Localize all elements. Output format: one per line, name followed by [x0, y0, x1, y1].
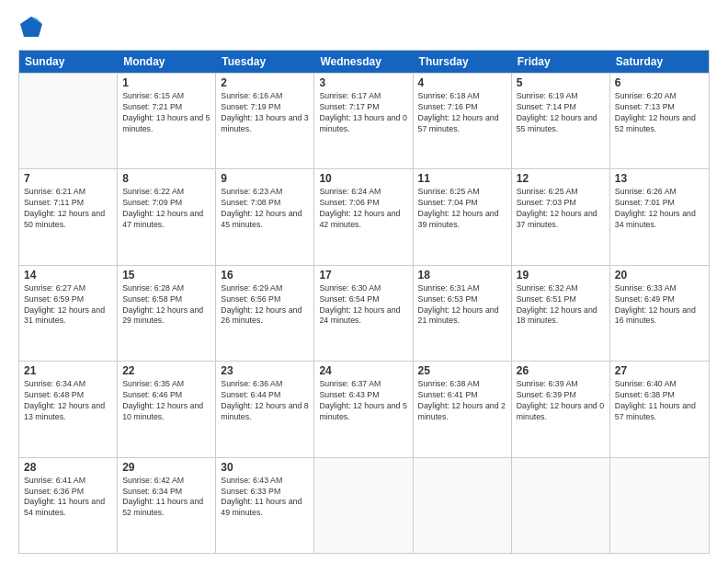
day-number: 1	[122, 76, 210, 89]
calendar-day-2: 2Sunrise: 6:16 AM Sunset: 7:19 PM Daylig…	[216, 74, 314, 168]
calendar-day-24: 24Sunrise: 6:37 AM Sunset: 6:43 PM Dayli…	[314, 362, 413, 456]
day-info: Sunrise: 6:20 AM Sunset: 7:13 PM Dayligh…	[615, 91, 704, 135]
day-info: Sunrise: 6:25 AM Sunset: 7:03 PM Dayligh…	[517, 187, 605, 231]
calendar-day-empty	[512, 458, 610, 553]
header	[18, 15, 710, 40]
day-info: Sunrise: 6:24 AM Sunset: 7:06 PM Dayligh…	[319, 187, 407, 231]
day-number: 12	[517, 172, 605, 185]
day-info: Sunrise: 6:37 AM Sunset: 6:43 PM Dayligh…	[319, 379, 407, 423]
calendar-day-9: 9Sunrise: 6:23 AM Sunset: 7:08 PM Daylig…	[216, 169, 314, 264]
calendar-week-3: 14Sunrise: 6:27 AM Sunset: 6:59 PM Dayli…	[19, 265, 709, 361]
day-info: Sunrise: 6:35 AM Sunset: 6:46 PM Dayligh…	[122, 379, 210, 423]
day-info: Sunrise: 6:36 AM Sunset: 6:44 PM Dayligh…	[221, 379, 309, 423]
calendar-week-2: 7Sunrise: 6:21 AM Sunset: 7:11 PM Daylig…	[19, 168, 709, 264]
calendar-day-3: 3Sunrise: 6:17 AM Sunset: 7:17 PM Daylig…	[314, 74, 413, 168]
header-day-saturday: Saturday	[610, 51, 709, 73]
header-day-friday: Friday	[512, 51, 610, 73]
day-number: 21	[24, 364, 112, 377]
day-number: 17	[319, 269, 407, 282]
calendar-day-7: 7Sunrise: 6:21 AM Sunset: 7:11 PM Daylig…	[19, 169, 118, 264]
day-info: Sunrise: 6:29 AM Sunset: 6:56 PM Dayligh…	[221, 283, 309, 327]
day-number: 11	[418, 172, 506, 185]
day-number: 29	[122, 461, 210, 474]
day-info: Sunrise: 6:42 AM Sunset: 6:34 PM Dayligh…	[122, 476, 210, 520]
calendar-week-4: 21Sunrise: 6:34 AM Sunset: 6:48 PM Dayli…	[19, 361, 709, 456]
calendar-day-1: 1Sunrise: 6:15 AM Sunset: 7:21 PM Daylig…	[118, 74, 216, 168]
day-info: Sunrise: 6:22 AM Sunset: 7:09 PM Dayligh…	[122, 187, 210, 231]
calendar-day-15: 15Sunrise: 6:28 AM Sunset: 6:58 PM Dayli…	[118, 266, 216, 361]
day-info: Sunrise: 6:32 AM Sunset: 6:51 PM Dayligh…	[517, 283, 605, 327]
day-number: 15	[122, 269, 210, 282]
header-day-wednesday: Wednesday	[314, 51, 413, 73]
calendar-day-empty	[414, 458, 512, 553]
day-info: Sunrise: 6:21 AM Sunset: 7:11 PM Dayligh…	[24, 187, 112, 231]
day-info: Sunrise: 6:33 AM Sunset: 6:49 PM Dayligh…	[615, 283, 704, 327]
day-info: Sunrise: 6:41 AM Sunset: 6:36 PM Dayligh…	[24, 476, 112, 520]
day-number: 22	[122, 364, 210, 377]
day-info: Sunrise: 6:19 AM Sunset: 7:14 PM Dayligh…	[517, 91, 605, 135]
calendar-day-27: 27Sunrise: 6:40 AM Sunset: 6:38 PM Dayli…	[610, 362, 709, 456]
calendar-day-17: 17Sunrise: 6:30 AM Sunset: 6:54 PM Dayli…	[314, 266, 413, 361]
calendar-day-23: 23Sunrise: 6:36 AM Sunset: 6:44 PM Dayli…	[216, 362, 314, 456]
day-number: 8	[122, 172, 210, 185]
svg-marker-0	[20, 17, 42, 37]
day-info: Sunrise: 6:25 AM Sunset: 7:04 PM Dayligh…	[418, 187, 506, 231]
logo-icon	[18, 15, 44, 40]
calendar-day-10: 10Sunrise: 6:24 AM Sunset: 7:06 PM Dayli…	[314, 169, 413, 264]
header-day-monday: Monday	[118, 51, 216, 73]
calendar-day-12: 12Sunrise: 6:25 AM Sunset: 7:03 PM Dayli…	[512, 169, 610, 264]
calendar-week-5: 28Sunrise: 6:41 AM Sunset: 6:36 PM Dayli…	[19, 457, 709, 553]
calendar-day-empty	[19, 74, 118, 168]
calendar-day-30: 30Sunrise: 6:43 AM Sunset: 6:33 PM Dayli…	[216, 458, 314, 553]
day-number: 14	[24, 269, 112, 282]
calendar-day-13: 13Sunrise: 6:26 AM Sunset: 7:01 PM Dayli…	[610, 169, 709, 264]
calendar-day-18: 18Sunrise: 6:31 AM Sunset: 6:53 PM Dayli…	[414, 266, 512, 361]
calendar-day-28: 28Sunrise: 6:41 AM Sunset: 6:36 PM Dayli…	[19, 458, 118, 553]
calendar-day-14: 14Sunrise: 6:27 AM Sunset: 6:59 PM Dayli…	[19, 266, 118, 361]
day-info: Sunrise: 6:43 AM Sunset: 6:33 PM Dayligh…	[221, 476, 309, 520]
day-info: Sunrise: 6:28 AM Sunset: 6:58 PM Dayligh…	[122, 283, 210, 327]
day-info: Sunrise: 6:16 AM Sunset: 7:19 PM Dayligh…	[221, 91, 309, 135]
day-info: Sunrise: 6:30 AM Sunset: 6:54 PM Dayligh…	[319, 283, 407, 327]
day-number: 9	[221, 172, 309, 185]
header-day-thursday: Thursday	[414, 51, 512, 73]
calendar-day-21: 21Sunrise: 6:34 AM Sunset: 6:48 PM Dayli…	[19, 362, 118, 456]
day-number: 25	[418, 364, 506, 377]
day-number: 20	[615, 269, 704, 282]
calendar-week-1: 1Sunrise: 6:15 AM Sunset: 7:21 PM Daylig…	[19, 73, 709, 168]
day-info: Sunrise: 6:15 AM Sunset: 7:21 PM Dayligh…	[122, 91, 210, 135]
calendar-day-5: 5Sunrise: 6:19 AM Sunset: 7:14 PM Daylig…	[512, 74, 610, 168]
calendar-day-11: 11Sunrise: 6:25 AM Sunset: 7:04 PM Dayli…	[414, 169, 512, 264]
day-number: 13	[615, 172, 704, 185]
calendar-day-empty	[314, 458, 413, 553]
day-number: 10	[319, 172, 407, 185]
day-number: 4	[418, 76, 506, 89]
day-info: Sunrise: 6:17 AM Sunset: 7:17 PM Dayligh…	[319, 91, 407, 135]
calendar-day-empty	[610, 458, 709, 553]
calendar-body: 1Sunrise: 6:15 AM Sunset: 7:21 PM Daylig…	[19, 73, 709, 553]
day-info: Sunrise: 6:40 AM Sunset: 6:38 PM Dayligh…	[615, 379, 704, 423]
header-day-sunday: Sunday	[19, 51, 118, 73]
day-number: 27	[615, 364, 704, 377]
day-info: Sunrise: 6:31 AM Sunset: 6:53 PM Dayligh…	[418, 283, 506, 327]
day-number: 30	[221, 461, 309, 474]
day-info: Sunrise: 6:23 AM Sunset: 7:08 PM Dayligh…	[221, 187, 309, 231]
calendar-day-4: 4Sunrise: 6:18 AM Sunset: 7:16 PM Daylig…	[414, 74, 512, 168]
day-info: Sunrise: 6:26 AM Sunset: 7:01 PM Dayligh…	[615, 187, 704, 231]
calendar-day-6: 6Sunrise: 6:20 AM Sunset: 7:13 PM Daylig…	[610, 74, 709, 168]
day-number: 2	[221, 76, 309, 89]
day-info: Sunrise: 6:18 AM Sunset: 7:16 PM Dayligh…	[418, 91, 506, 135]
day-number: 16	[221, 269, 309, 282]
day-number: 19	[517, 269, 605, 282]
day-number: 23	[221, 364, 309, 377]
day-number: 26	[517, 364, 605, 377]
day-number: 24	[319, 364, 407, 377]
day-number: 18	[418, 269, 506, 282]
page: SundayMondayTuesdayWednesdayThursdayFrid…	[0, 0, 728, 563]
day-info: Sunrise: 6:27 AM Sunset: 6:59 PM Dayligh…	[24, 283, 112, 327]
day-number: 6	[615, 76, 704, 89]
calendar-day-22: 22Sunrise: 6:35 AM Sunset: 6:46 PM Dayli…	[118, 362, 216, 456]
day-number: 28	[24, 461, 112, 474]
calendar-day-16: 16Sunrise: 6:29 AM Sunset: 6:56 PM Dayli…	[216, 266, 314, 361]
day-number: 5	[517, 76, 605, 89]
